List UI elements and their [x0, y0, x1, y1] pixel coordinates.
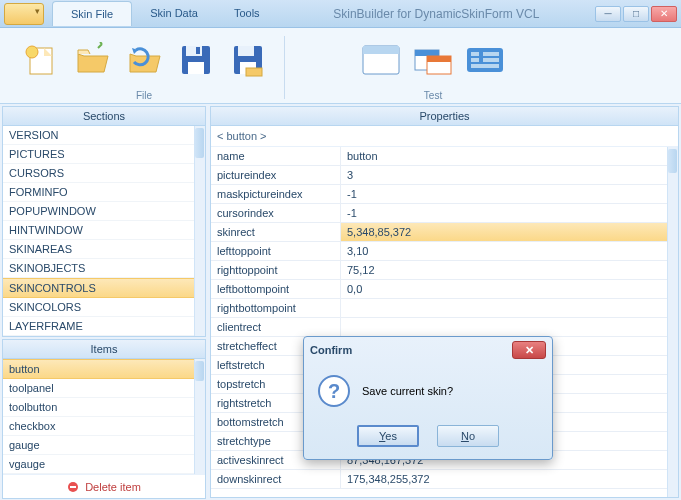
list-item[interactable]: FORMINFO — [3, 183, 205, 202]
test-windows-button[interactable] — [411, 38, 455, 82]
titlebar: Skin File Skin Data Tools SkinBuilder fo… — [0, 0, 681, 28]
list-item[interactable]: SKINCOLORS — [3, 298, 205, 317]
list-item[interactable]: POPUPWINDOW — [3, 202, 205, 221]
property-name: skinrect — [211, 223, 341, 241]
cascade-windows-icon — [413, 44, 453, 76]
property-name: maskpictureindex — [211, 185, 341, 203]
svg-rect-6 — [188, 62, 204, 74]
close-button[interactable]: ✕ — [651, 6, 677, 22]
property-value[interactable]: 3 — [341, 166, 678, 184]
scrollbar[interactable] — [194, 359, 205, 474]
property-value[interactable]: 0,0 — [341, 280, 678, 298]
list-item[interactable]: toolbutton — [3, 398, 205, 417]
list-item[interactable]: HINTWINDOW — [3, 221, 205, 240]
svg-rect-11 — [246, 68, 262, 76]
property-name: cursorindex — [211, 204, 341, 222]
property-row[interactable]: cursorindex-1 — [211, 204, 678, 223]
maximize-button[interactable]: □ — [623, 6, 649, 22]
property-row[interactable]: rightbottompoint — [211, 299, 678, 318]
list-item[interactable]: toolpanel — [3, 379, 205, 398]
new-file-icon — [22, 42, 58, 78]
list-item[interactable]: button — [3, 359, 205, 379]
svg-rect-23 — [471, 64, 499, 68]
items-panel: Items buttontoolpaneltoolbuttoncheckboxg… — [2, 339, 206, 499]
property-name: righttoppoint — [211, 261, 341, 279]
property-row[interactable]: pictureindex3 — [211, 166, 678, 185]
tab-skin-data[interactable]: Skin Data — [132, 1, 216, 26]
property-value[interactable] — [341, 299, 678, 317]
confirm-dialog: Confirm ✕ ? Save current skin? Yes No — [303, 336, 553, 460]
scrollbar[interactable] — [194, 126, 205, 336]
ribbon: File Test — [0, 28, 681, 104]
svg-rect-9 — [238, 46, 254, 56]
list-item[interactable]: PICTURES — [3, 145, 205, 164]
list-item[interactable]: checkbox — [3, 417, 205, 436]
property-row[interactable]: clientrect — [211, 318, 678, 337]
items-header: Items — [3, 340, 205, 359]
svg-rect-19 — [471, 52, 479, 56]
svg-rect-21 — [483, 52, 499, 56]
property-row[interactable]: righttoppoint75,12 — [211, 261, 678, 280]
svg-rect-7 — [196, 47, 200, 54]
list-item[interactable]: CURSORS — [3, 164, 205, 183]
property-value[interactable] — [341, 318, 678, 336]
svg-rect-20 — [471, 58, 479, 62]
dialog-close-button[interactable]: ✕ — [512, 341, 546, 359]
list-item[interactable]: LAYERFRAME — [3, 317, 205, 336]
items-list[interactable]: buttontoolpaneltoolbuttoncheckboxgaugevg… — [3, 359, 205, 474]
test-controls-button[interactable] — [463, 38, 507, 82]
open-button[interactable] — [70, 38, 114, 82]
properties-breadcrumb: < button > — [211, 126, 678, 147]
window-title: SkinBuilder for DynamicSkinForm VCL — [278, 7, 595, 21]
list-item[interactable]: VERSION — [3, 126, 205, 145]
tab-tools[interactable]: Tools — [216, 1, 278, 26]
property-value[interactable]: 175,348,255,372 — [341, 470, 678, 488]
property-row[interactable]: lefttoppoint3,10 — [211, 242, 678, 261]
dialog-message: Save current skin? — [362, 385, 453, 397]
property-value[interactable]: button — [341, 147, 678, 165]
property-row[interactable]: skinrect5,348,85,372 — [211, 223, 678, 242]
scrollbar[interactable] — [667, 147, 678, 497]
property-value[interactable]: 75,12 — [341, 261, 678, 279]
list-item[interactable]: SKINCONTROLS — [3, 278, 205, 298]
save-as-button[interactable] — [226, 38, 270, 82]
controls-icon — [465, 44, 505, 76]
folder-open-icon — [74, 42, 110, 78]
property-value[interactable]: 3,10 — [341, 242, 678, 260]
tab-skin-file[interactable]: Skin File — [52, 1, 132, 26]
svg-rect-25 — [70, 486, 76, 488]
test-window-button[interactable] — [359, 38, 403, 82]
property-row[interactable]: leftbottompoint0,0 — [211, 280, 678, 299]
save-icon — [178, 42, 214, 78]
minimize-button[interactable]: ─ — [595, 6, 621, 22]
save-button[interactable] — [174, 38, 218, 82]
refresh-button[interactable] — [122, 38, 166, 82]
property-name: clientrect — [211, 318, 341, 336]
question-icon: ? — [318, 375, 350, 407]
property-value[interactable]: 5,348,85,372 — [341, 223, 678, 241]
svg-rect-15 — [415, 50, 439, 56]
svg-point-2 — [26, 46, 38, 58]
yes-button[interactable]: Yes — [357, 425, 419, 447]
ribbon-group-label: File — [136, 90, 152, 101]
new-file-button[interactable] — [18, 38, 62, 82]
list-item[interactable]: gauge — [3, 436, 205, 455]
property-value[interactable]: -1 — [341, 185, 678, 203]
property-row[interactable]: namebutton — [211, 147, 678, 166]
list-item[interactable]: vgauge — [3, 455, 205, 474]
property-value[interactable]: -1 — [341, 204, 678, 222]
list-item[interactable]: SKINAREAS — [3, 240, 205, 259]
delete-item-button[interactable]: Delete item — [3, 474, 205, 498]
list-item[interactable]: SKINOBJECTS — [3, 259, 205, 278]
sections-list[interactable]: VERSIONPICTURESCURSORSFORMINFOPOPUPWINDO… — [3, 126, 205, 336]
sections-header: Sections — [3, 107, 205, 126]
property-name: lefttoppoint — [211, 242, 341, 260]
sections-panel: Sections VERSIONPICTURESCURSORSFORMINFOP… — [2, 106, 206, 337]
svg-rect-22 — [483, 58, 499, 62]
property-name: downskinrect — [211, 470, 341, 488]
no-button[interactable]: No — [437, 425, 499, 447]
property-row[interactable]: maskpictureindex-1 — [211, 185, 678, 204]
app-menu-button[interactable] — [4, 3, 44, 25]
property-row[interactable]: downskinrect175,348,255,372 — [211, 470, 678, 489]
property-name: leftbottompoint — [211, 280, 341, 298]
